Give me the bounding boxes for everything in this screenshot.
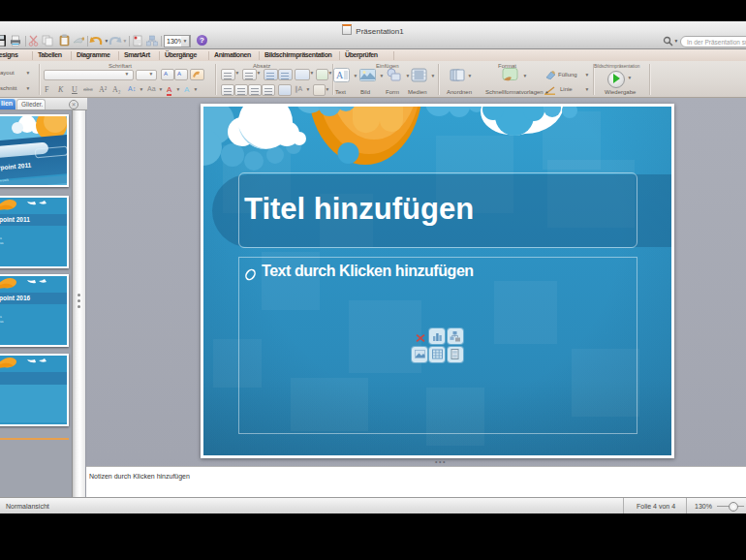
svg-text:A: A: [336, 70, 344, 80]
